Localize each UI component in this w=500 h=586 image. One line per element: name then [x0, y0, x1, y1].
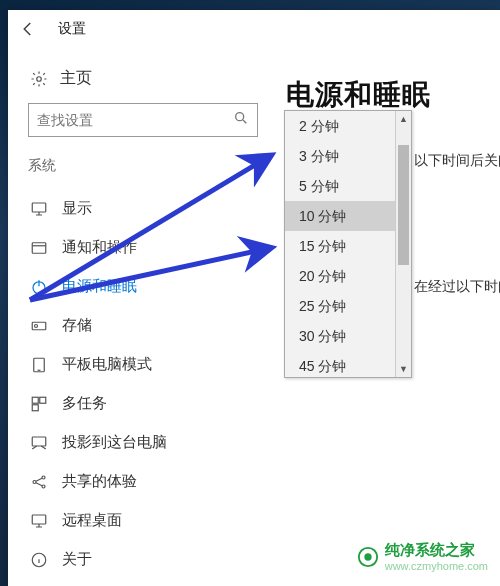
- display-icon: [30, 200, 48, 218]
- svg-point-1: [236, 113, 244, 121]
- sidebar-item-label: 存储: [62, 316, 92, 335]
- dropdown-option[interactable]: 25 分钟: [285, 291, 395, 321]
- search-input[interactable]: [37, 112, 233, 128]
- svg-point-12: [33, 480, 36, 483]
- gear-icon: [30, 70, 48, 88]
- sidebar-item-label: 远程桌面: [62, 511, 122, 530]
- time-dropdown[interactable]: 2 分钟3 分钟5 分钟10 分钟15 分钟20 分钟25 分钟30 分钟45 …: [284, 110, 412, 378]
- svg-rect-8: [32, 397, 38, 403]
- label-sleep-after: 在经过以下时间后: [414, 278, 500, 296]
- dropdown-option[interactable]: 5 分钟: [285, 171, 395, 201]
- svg-point-6: [35, 324, 38, 327]
- sidebar-item-label: 共享的体验: [62, 472, 137, 491]
- sidebar-item-shared[interactable]: 共享的体验: [28, 462, 258, 501]
- remote-icon: [30, 512, 48, 530]
- projecting-icon: [30, 434, 48, 452]
- svg-rect-2: [32, 203, 46, 212]
- sidebar-item-label: 显示: [62, 199, 92, 218]
- sidebar: 主页 系统 显示通知和操作电源和睡眠存储平板电脑模式多任务投影到这台电脑共享的体…: [8, 48, 278, 586]
- back-button[interactable]: [8, 10, 48, 48]
- sidebar-item-label: 投影到这台电脑: [62, 433, 167, 452]
- watermark-name: 纯净系统之家: [385, 541, 488, 560]
- storage-icon: [30, 317, 48, 335]
- watermark-url: www.czmyhome.com: [385, 560, 488, 572]
- sidebar-item-label: 通知和操作: [62, 238, 137, 257]
- sidebar-item-power-sleep[interactable]: 电源和睡眠: [28, 267, 258, 306]
- scroll-down-arrow[interactable]: ▼: [396, 361, 411, 377]
- dropdown-option[interactable]: 10 分钟: [285, 201, 395, 231]
- power-sleep-icon: [30, 278, 48, 296]
- sidebar-item-label: 关于: [62, 550, 92, 569]
- dropdown-option[interactable]: 20 分钟: [285, 261, 395, 291]
- sidebar-item-label: 电源和睡眠: [62, 277, 137, 296]
- svg-rect-9: [40, 397, 46, 403]
- logo-icon: [357, 546, 379, 568]
- sidebar-item-notifications[interactable]: 通知和操作: [28, 228, 258, 267]
- sidebar-item-multitask[interactable]: 多任务: [28, 384, 258, 423]
- scroll-up-arrow[interactable]: ▲: [396, 111, 411, 127]
- dropdown-option[interactable]: 2 分钟: [285, 111, 395, 141]
- svg-rect-10: [32, 404, 38, 410]
- settings-window: 设置 主页 系统 显示通知和操作电源和睡眠存储平板电脑模式多任务投影到这台电脑共…: [8, 10, 500, 586]
- svg-rect-3: [32, 242, 46, 253]
- sidebar-item-label: 多任务: [62, 394, 107, 413]
- sidebar-item-tablet[interactable]: 平板电脑模式: [28, 345, 258, 384]
- dropdown-option[interactable]: 15 分钟: [285, 231, 395, 261]
- shared-icon: [30, 473, 48, 491]
- svg-rect-15: [32, 515, 46, 524]
- page-heading: 电源和睡眠: [286, 76, 492, 114]
- scrollbar[interactable]: ▲ ▼: [395, 111, 411, 377]
- svg-rect-11: [32, 437, 46, 446]
- watermark: 纯净系统之家 www.czmyhome.com: [357, 541, 488, 572]
- sidebar-home-label: 主页: [60, 68, 92, 89]
- sidebar-item-storage[interactable]: 存储: [28, 306, 258, 345]
- window-title: 设置: [58, 20, 86, 38]
- sidebar-item-label: 平板电脑模式: [62, 355, 152, 374]
- content-area: 电源和睡眠 以下时间后关闭 在经过以下时间后 2 分钟3 分钟5 分钟10 分钟…: [278, 48, 500, 586]
- sidebar-item-projecting[interactable]: 投影到这台电脑: [28, 423, 258, 462]
- scroll-thumb[interactable]: [398, 145, 409, 265]
- about-icon: [30, 551, 48, 569]
- svg-point-18: [364, 553, 371, 560]
- search-icon: [233, 110, 249, 130]
- titlebar: 设置: [8, 10, 500, 48]
- tablet-icon: [30, 356, 48, 374]
- multitask-icon: [30, 395, 48, 413]
- search-box[interactable]: [28, 103, 258, 137]
- dropdown-option[interactable]: 45 分钟: [285, 351, 395, 377]
- dropdown-option[interactable]: 3 分钟: [285, 141, 395, 171]
- section-label: 系统: [28, 157, 258, 175]
- sidebar-item-remote[interactable]: 远程桌面: [28, 501, 258, 540]
- svg-point-13: [42, 476, 45, 479]
- dropdown-option[interactable]: 30 分钟: [285, 321, 395, 351]
- sidebar-home[interactable]: 主页: [28, 60, 258, 103]
- sidebar-item-about[interactable]: 关于: [28, 540, 258, 579]
- svg-point-0: [37, 76, 42, 81]
- notifications-icon: [30, 239, 48, 257]
- svg-point-14: [42, 485, 45, 488]
- label-turnoff-after: 以下时间后关闭: [414, 152, 500, 170]
- sidebar-item-display[interactable]: 显示: [28, 189, 258, 228]
